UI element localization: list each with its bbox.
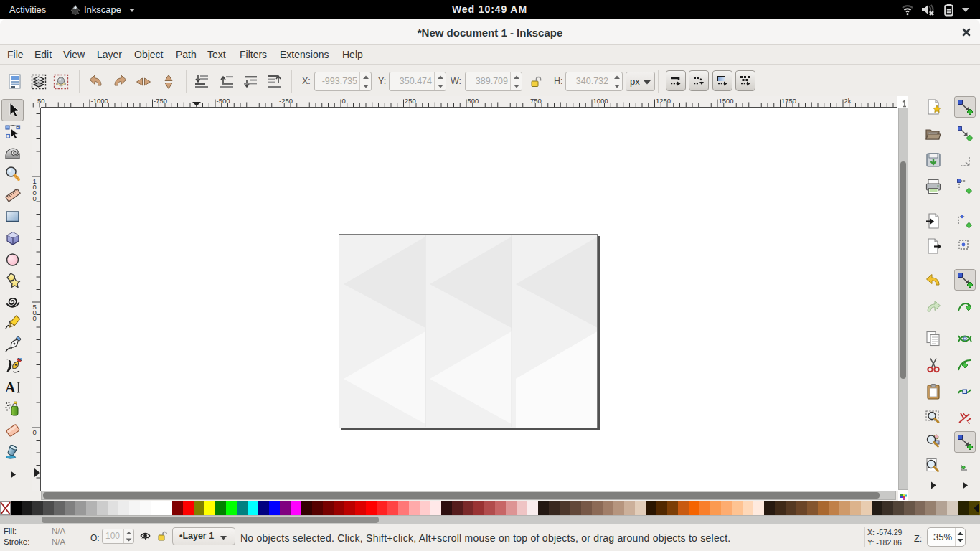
svg-text:A: A [5,380,16,395]
svg-text:-500: -500 [217,97,230,105]
svg-text:1000: 1000 [593,97,608,105]
svg-text:-1000: -1000 [91,97,108,105]
svg-text:0: 0 [342,97,346,105]
svg-text:-750: -750 [154,97,167,105]
svg-text:1750: 1750 [781,97,796,105]
svg-text:-250: -250 [279,97,293,105]
svg-text:500: 500 [468,97,479,105]
svg-text:250: 250 [405,97,416,105]
svg-text:0: 0 [33,428,37,436]
svg-text:1500: 1500 [719,97,734,105]
svg-text:2k: 2k [844,97,852,105]
svg-text:1250: 1250 [656,97,671,105]
svg-text:0: 0 [33,314,37,322]
svg-text:50: 50 [37,97,45,105]
svg-text:750: 750 [530,97,542,105]
svg-text:0: 0 [33,194,37,202]
